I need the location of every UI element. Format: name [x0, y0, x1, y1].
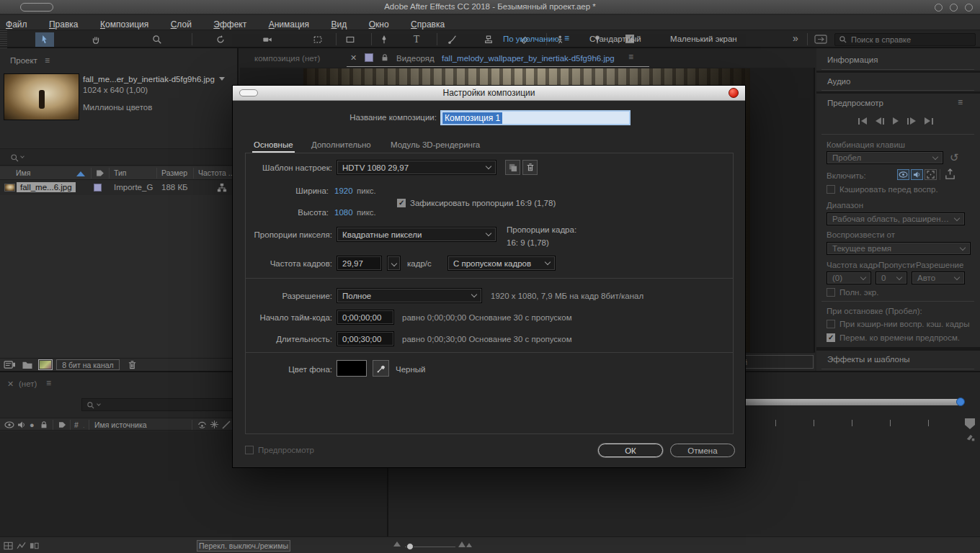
ok-button[interactable]: ОК — [598, 444, 663, 457]
tab-close-icon[interactable]: ✕ — [350, 53, 357, 63]
lock-aspect-checkbox[interactable] — [397, 199, 406, 207]
dialog-titlebar[interactable]: Настройки композиции — [233, 86, 745, 101]
menu-effect[interactable]: Эффект — [213, 19, 246, 30]
footage-tab-file[interactable]: fall_melody_wallpaper_by_inertiak-d5fg9h… — [442, 54, 615, 63]
tab-lock-icon[interactable] — [380, 53, 389, 62]
play-button[interactable] — [893, 117, 899, 125]
last-frame-button[interactable] — [925, 117, 933, 125]
menu-animation[interactable]: Анимация — [269, 19, 309, 30]
cache-before-checkbox[interactable] — [827, 185, 835, 194]
range-dropdown[interactable]: Рабочая область, расширенная... — [827, 212, 965, 225]
play-from-dropdown[interactable]: Текущее время — [827, 242, 971, 255]
label-tag-icon[interactable] — [58, 421, 67, 429]
preview-panel-menu-icon[interactable]: ≡ — [958, 97, 963, 107]
timeline-tab-close-icon[interactable]: ✕ — [7, 379, 14, 389]
column-size[interactable]: Размер — [161, 168, 187, 177]
help-search-input[interactable] — [851, 35, 959, 44]
tab-renderer[interactable]: Модуль 3D-рендеринга — [391, 140, 480, 149]
column-name[interactable]: Имя — [16, 168, 30, 177]
panel-menu-icon[interactable]: ≡ — [45, 55, 50, 66]
footage-thumbnail[interactable] — [4, 73, 79, 120]
search-filter-chevron-icon[interactable] — [97, 402, 101, 406]
row-flowchart-icon[interactable] — [217, 183, 227, 193]
brush-stroke-icon[interactable] — [222, 421, 231, 429]
row-label-color-chip[interactable] — [94, 184, 102, 192]
time-navigator-end[interactable] — [965, 418, 975, 429]
preview-res-dropdown[interactable]: Авто — [912, 271, 965, 284]
toggle-switches-pane-icon[interactable] — [4, 541, 13, 550]
workspace-standard[interactable]: Стандартный — [589, 35, 641, 43]
preset-dropdown[interactable]: HDTV 1080 29,97 — [337, 160, 496, 175]
composition-tab[interactable]: композиция (нет) — [254, 54, 320, 63]
menu-file[interactable]: Файл — [6, 19, 27, 30]
workspace-overflow-chevrons[interactable]: » — [793, 32, 798, 44]
layer-number-column[interactable]: # — [74, 421, 79, 429]
interpret-footage-icon[interactable] — [4, 360, 16, 369]
effects-panel-tab[interactable]: Эффекты и шаблоны — [827, 355, 910, 364]
fps-input[interactable]: 29,97 — [337, 256, 382, 271]
menu-layer[interactable]: Слой — [171, 19, 192, 30]
footage-tab-kind[interactable]: Видеоряд — [396, 54, 435, 63]
window-maximize-button[interactable] — [950, 4, 958, 12]
label-column-tag-icon[interactable] — [95, 168, 105, 178]
tab-advanced[interactable]: Дополнительно — [311, 140, 371, 149]
dialog-close-button[interactable] — [729, 88, 739, 98]
row-name[interactable]: fall_me...6.jpg — [17, 182, 76, 192]
export-preview-icon[interactable] — [945, 168, 956, 180]
include-overlays-toggle[interactable] — [925, 169, 937, 180]
menu-view[interactable]: Вид — [331, 19, 347, 30]
fullscreen-checkbox[interactable] — [827, 288, 835, 297]
zoom-in-mountain-icon[interactable] — [458, 541, 466, 547]
motion-blur-icon[interactable] — [210, 420, 219, 429]
bg-color-swatch[interactable] — [337, 360, 367, 377]
fps-preset-chevron-button[interactable] — [387, 256, 401, 271]
project-search[interactable] — [0, 148, 239, 166]
window-close-button[interactable] — [965, 4, 973, 12]
eyedropper-button[interactable] — [373, 360, 389, 377]
timeline-panel-menu-icon[interactable]: ≡ — [46, 378, 51, 388]
search-filter-chevron-icon[interactable] — [20, 154, 24, 158]
sort-ascending-icon[interactable] — [76, 171, 85, 176]
resolution-dropdown[interactable]: Полное — [337, 288, 482, 303]
height-value[interactable]: 1080 — [334, 208, 353, 217]
preview-fps-dropdown[interactable]: (0) — [827, 271, 871, 284]
window-minimize-button[interactable] — [935, 4, 943, 12]
comp-name-input[interactable]: Композиция 1 — [440, 110, 631, 125]
project-list-area[interactable] — [0, 195, 239, 358]
previous-frame-button[interactable] — [876, 117, 884, 125]
help-search-field[interactable] — [834, 33, 976, 46]
lock-icon[interactable] — [40, 421, 48, 429]
delete-preset-button[interactable] — [522, 160, 538, 175]
timeline-zoom-knob[interactable] — [406, 543, 414, 550]
footage-file-name[interactable]: fall_me...er_by_inertiak-d5fg9h6.jpg — [83, 75, 215, 84]
timecode-input[interactable]: 0;00;00;00 — [337, 310, 394, 325]
workspace-default[interactable]: По умолчанию — [503, 35, 559, 43]
include-video-toggle[interactable] — [897, 169, 909, 180]
modes-toggle-button[interactable]: Перекл. выключ./режимы — [197, 540, 290, 552]
viewer-panel-menu-icon[interactable]: ≡ — [628, 52, 633, 62]
menu-help[interactable]: Справка — [411, 19, 445, 30]
duration-input[interactable]: 0;00;30;00 — [337, 331, 394, 346]
column-rate[interactable]: Частота ... — [198, 168, 235, 177]
cancel-button[interactable]: Отмена — [670, 444, 735, 457]
move-time-checkbox[interactable] — [827, 333, 835, 342]
workspace-small-screen[interactable]: Маленький экран — [670, 35, 737, 43]
cache-frames-checkbox[interactable] — [827, 320, 835, 328]
footage-dropdown-icon[interactable] — [219, 77, 225, 84]
solo-icon[interactable]: ● — [30, 421, 35, 429]
workspace-menu-icon[interactable]: ≡ — [564, 33, 569, 43]
timeline-tab[interactable]: (нет) — [19, 379, 37, 388]
footage-row[interactable]: fall_me...6.jpg Importe_G 188 КБ — [0, 181, 239, 195]
menu-composition[interactable]: Композиция — [100, 19, 148, 30]
preview-skip-dropdown[interactable]: 0 — [876, 271, 907, 284]
menu-window[interactable]: Окно — [369, 19, 389, 30]
info-panel-tab[interactable]: Информация — [827, 55, 878, 64]
save-preset-button[interactable] — [505, 160, 520, 175]
shortcut-dropdown[interactable]: Пробел — [827, 151, 943, 164]
par-dropdown[interactable]: Квадратные пиксели — [337, 227, 496, 242]
first-frame-button[interactable] — [858, 117, 867, 125]
column-type[interactable]: Тип — [114, 168, 127, 177]
audio-speaker-icon[interactable] — [17, 421, 26, 429]
width-value[interactable]: 1920 — [334, 186, 353, 195]
audio-panel-tab[interactable]: Аудио — [827, 77, 850, 86]
